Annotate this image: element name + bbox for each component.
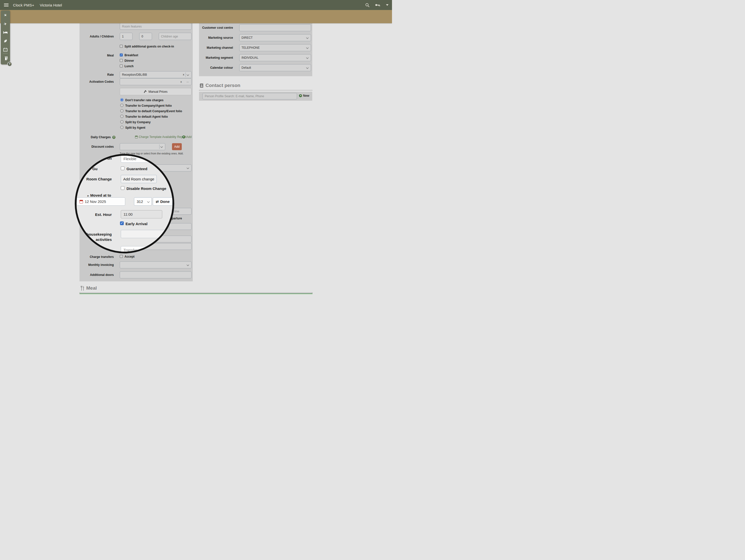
folio-radio-default-company-event[interactable]	[120, 109, 124, 112]
discount-add-button[interactable]: Add	[172, 143, 182, 150]
plane-arrival-icon[interactable]: ✈	[1, 13, 10, 18]
marketing-segment-select[interactable]: INDIVIDUAL	[239, 54, 311, 61]
activation-codes-input[interactable]	[120, 78, 179, 85]
moved-date-input[interactable]: 12 Nov 2025	[77, 197, 125, 206]
marketing-segment-caret-icon	[306, 57, 309, 59]
calendar-small-icon	[135, 136, 138, 138]
charge-transfers-label: Charge transfers	[79, 255, 114, 259]
folio-radio-label: Transfer to Company/Agent folio	[125, 104, 172, 107]
marketing-segment-value: INDIVIDUAL	[241, 56, 258, 60]
folio-radio-label: Split by Company	[125, 121, 151, 124]
leaf-icon[interactable]	[1, 39, 10, 43]
utensils-icon	[80, 286, 84, 291]
contact-new-label: New	[303, 94, 309, 97]
guarantee-caret-icon[interactable]	[187, 167, 189, 169]
marketing-channel-select[interactable]: TELEPHONE	[239, 44, 311, 51]
folio-radio-company-agent[interactable]	[120, 104, 124, 107]
folio-radio-label: Transfer to default Company/Event folio	[125, 109, 182, 113]
rate-select[interactable]: Reception/DBL/BB x	[120, 71, 192, 78]
guaranteed-checkbox[interactable]	[121, 166, 125, 170]
rate-value: Reception/DBL/BB	[122, 73, 147, 76]
daily-charges-label: Daily Charges	[91, 135, 111, 139]
early-arrival-checkbox[interactable]	[120, 221, 124, 225]
early-arrival-label: Early Arrival	[126, 222, 148, 226]
calendar-colour-value: Default	[241, 66, 251, 69]
plane-departure-icon[interactable]: ✈	[1, 22, 10, 26]
folio-radio-label: Transfer to default Agent folio	[125, 115, 168, 119]
charge-transfers-accept-checkbox[interactable]	[120, 255, 123, 258]
meal-breakfast-checkbox[interactable]	[120, 54, 123, 57]
charge-template-report-label: Charge Template Availability Report	[139, 135, 186, 139]
contact-divider	[199, 90, 312, 91]
folio-radio-default-agent[interactable]	[120, 115, 124, 118]
daily-charges-add-label: Add	[186, 135, 192, 139]
disable-room-change-label: Disable Room Change	[127, 187, 166, 191]
calendar-colour-select[interactable]: Default	[239, 64, 311, 71]
daily-charges-help-icon[interactable]	[112, 136, 116, 139]
meal-lunch-label: Lunch	[125, 64, 133, 68]
children-input[interactable]	[139, 33, 152, 40]
disable-room-change-checkbox[interactable]	[121, 186, 125, 190]
discount-codes-select[interactable]	[120, 143, 165, 150]
charge-template-report-link[interactable]: Charge Template Availability Report	[135, 135, 186, 139]
hotel-name[interactable]: Victoria Hotel	[40, 3, 62, 7]
monthly-invoicing-caret-icon[interactable]	[187, 264, 189, 266]
folio-radio-dont-transfer[interactable]	[120, 98, 124, 101]
adults-input[interactable]	[120, 33, 132, 40]
activation-codes-clear-button[interactable]: x	[178, 78, 184, 85]
manual-prices-button[interactable]: Manual Prices	[120, 88, 192, 95]
folio-radio-split-company[interactable]	[120, 120, 124, 124]
meal-section-title: Meal	[80, 285, 97, 291]
rate-caret-icon[interactable]	[187, 73, 189, 76]
help-badge-icon[interactable]	[7, 62, 12, 66]
room-change-label: Room Change	[76, 177, 112, 181]
monthly-invoicing-label: Monthly invoicing	[79, 263, 114, 267]
moved-date-value: 12 Nov 2025	[85, 199, 106, 204]
marketing-source-value: DIRECT	[241, 36, 253, 39]
done-button[interactable]: Done	[153, 197, 172, 206]
marketing-channel-value: TELEPHONE	[241, 46, 260, 50]
daily-charges-add-link[interactable]: Add	[182, 135, 192, 139]
meal-divider	[79, 292, 313, 293]
monthly-invoicing-select[interactable]	[120, 261, 192, 268]
search-icon[interactable]	[365, 3, 369, 7]
guaranteed-label: Guaranteed	[127, 167, 147, 171]
room-features-input[interactable]	[120, 23, 192, 30]
key-icon[interactable]	[375, 3, 381, 7]
folio-radio-split-agent[interactable]	[120, 126, 124, 129]
marketing-source-caret-icon	[306, 36, 309, 39]
bed-icon[interactable]	[1, 31, 10, 34]
calendar-colour-label: Calendar colour	[199, 66, 233, 69]
activation-codes-more-button[interactable]: ...	[184, 78, 192, 85]
manual-prices-label: Manual Prices	[149, 90, 167, 94]
background-input[interactable]	[169, 223, 192, 230]
housekeeping-activities-input[interactable]	[121, 230, 167, 238]
meal-lunch-checkbox[interactable]	[120, 64, 123, 67]
plus-circle-icon	[182, 135, 185, 138]
folio-radio-label: Don't transfer rate charges	[125, 98, 163, 102]
children-age-input[interactable]	[159, 33, 192, 40]
calendar-icon[interactable]	[1, 48, 10, 52]
swap-arrows-icon	[156, 199, 159, 204]
folio-radio-label: Split by Agent	[125, 126, 145, 129]
book-icon[interactable]	[1, 57, 10, 61]
split-guests-checkbox[interactable]	[120, 45, 123, 48]
charge-transfers-accept-label: Accept	[125, 255, 134, 258]
discount-caret-icon[interactable]	[161, 145, 163, 148]
person-profile-search-input[interactable]	[202, 93, 297, 99]
next-section-strip	[79, 293, 313, 295]
app-brand: Clock PMS+	[13, 3, 34, 7]
est-hour-input[interactable]	[121, 210, 162, 219]
meal-dinner-checkbox[interactable]	[120, 59, 123, 62]
additional-doors-input[interactable]	[120, 271, 192, 278]
customer-cost-centre-input[interactable]	[239, 24, 311, 31]
menu-icon[interactable]	[4, 3, 8, 7]
contact-new-button[interactable]: New	[299, 94, 309, 97]
moved-room-select[interactable]: 312	[134, 197, 152, 206]
marketing-source-select[interactable]: DIRECT	[239, 34, 311, 41]
meal-label: Meal	[79, 54, 114, 57]
add-room-change-button[interactable]: Add Room change	[121, 175, 157, 183]
moved-at-to-toggle[interactable]: Moved at to	[88, 193, 111, 197]
rate-clear-button[interactable]: x	[183, 73, 185, 76]
chevron-down-icon[interactable]	[386, 4, 389, 6]
